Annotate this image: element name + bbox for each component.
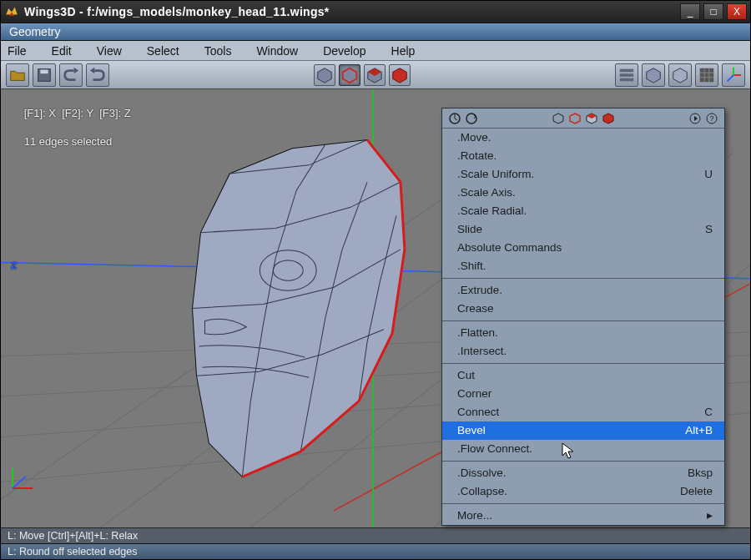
ctx-item-shift[interactable]: .Shift. xyxy=(442,257,724,275)
smooth-preview-button[interactable] xyxy=(642,63,665,87)
help-mode-icon[interactable]: ? xyxy=(704,111,719,126)
edge-mode-button[interactable] xyxy=(339,64,360,86)
hud-line2: 11 edges selected xyxy=(24,135,113,148)
menubar: File Edit View Select Tools Window Devel… xyxy=(1,41,750,61)
ctx-item-shortcut: U xyxy=(704,166,713,183)
vertex-mode-icon[interactable] xyxy=(551,111,566,126)
menu-help[interactable]: Help xyxy=(391,44,416,58)
svg-text:?: ? xyxy=(709,114,713,123)
menu-develop[interactable]: Develop xyxy=(323,44,365,58)
axes-toggle-button[interactable] xyxy=(722,63,745,87)
svg-marker-6 xyxy=(393,68,407,82)
ctx-item-scaleaxis[interactable]: .Scale Axis. xyxy=(442,184,724,202)
ctx-item-crease[interactable]: Crease xyxy=(442,300,724,318)
ctx-item-label: Bevel xyxy=(457,422,685,439)
undo-button[interactable] xyxy=(59,63,83,87)
open-button[interactable] xyxy=(6,63,29,87)
ctx-item-extrude[interactable]: .Extrude. xyxy=(442,281,724,300)
ctx-separator xyxy=(442,363,724,364)
close-button[interactable]: X xyxy=(727,3,747,20)
svg-marker-10 xyxy=(647,68,661,82)
save-button[interactable] xyxy=(33,63,56,87)
ctx-item-label: .Scale Radial. xyxy=(457,203,713,219)
ctx-item-absolutecommands[interactable]: Absolute Commands xyxy=(442,239,724,257)
svg-marker-35 xyxy=(553,114,563,124)
ctx-item-shortcut: Bksp xyxy=(688,465,713,482)
flat-shade-button[interactable] xyxy=(668,63,692,87)
ctx-item-corner[interactable]: Corner xyxy=(442,385,724,403)
axis-z-label: z xyxy=(11,258,17,271)
menu-window[interactable]: Window xyxy=(256,44,298,58)
ctx-item-move[interactable]: .Move. xyxy=(442,129,724,147)
ctx-item-collapse[interactable]: .Collapse.Delete xyxy=(442,482,724,501)
geometry-label: Geometry xyxy=(9,25,60,38)
ctx-separator xyxy=(442,278,724,279)
ctx-item-rotate[interactable]: .Rotate. xyxy=(442,147,724,165)
ctx-item-more[interactable]: More...▸ xyxy=(442,507,724,525)
body-mode-button[interactable] xyxy=(389,64,411,86)
ctx-item-flatten[interactable]: .Flatten. xyxy=(442,324,724,342)
ctx-item-connect[interactable]: ConnectC xyxy=(442,403,724,421)
ctx-item-bevel[interactable]: BevelAlt+B xyxy=(442,421,724,440)
ctx-item-label: .Scale Uniform. xyxy=(457,166,704,183)
ctx-item-label: Connect xyxy=(457,404,704,421)
ctx-item-cut[interactable]: Cut xyxy=(442,366,724,385)
menu-edit[interactable]: Edit xyxy=(52,44,72,58)
svg-line-32 xyxy=(13,477,26,488)
submenu-arrow-icon: ▸ xyxy=(707,507,713,524)
face-mode-button[interactable] xyxy=(364,64,386,86)
ctx-item-shortcut: Alt+B xyxy=(685,422,713,439)
svg-point-34 xyxy=(466,114,476,124)
ctx-item-dissolve[interactable]: .Dissolve.Bksp xyxy=(442,464,724,482)
ctx-item-label: .Collapse. xyxy=(457,483,680,500)
vertex-mode-button[interactable] xyxy=(314,64,335,86)
menu-file[interactable]: File xyxy=(8,44,27,58)
ctx-item-intersect[interactable]: .Intersect. xyxy=(442,342,724,361)
svg-rect-8 xyxy=(620,73,634,77)
minimize-button[interactable]: _ xyxy=(680,3,700,20)
svg-rect-1 xyxy=(40,69,48,73)
ctx-item-label: .Scale Axis. xyxy=(457,184,713,201)
svg-rect-9 xyxy=(620,78,634,81)
menu-tools[interactable]: Tools xyxy=(204,44,232,58)
prefs-button[interactable] xyxy=(615,63,638,87)
menu-view[interactable]: View xyxy=(97,44,122,58)
svg-marker-36 xyxy=(570,114,580,124)
redo-button[interactable] xyxy=(86,63,109,87)
wings-icon xyxy=(4,3,19,21)
ctx-item-label: Cut xyxy=(457,367,713,384)
ctx-item-scaleradial[interactable]: .Scale Radial. xyxy=(442,202,724,220)
status-line2: L: Round off selected edges xyxy=(8,546,137,557)
ctx-item-shortcut: S xyxy=(705,221,713,238)
statusbar-hint: L: Round off selected edges xyxy=(1,543,750,559)
cursor-mode-icon[interactable] xyxy=(688,111,703,126)
maximize-button[interactable]: □ xyxy=(703,3,723,20)
context-iconbar: ? xyxy=(442,108,724,129)
ctx-item-label: .Flatten. xyxy=(457,325,713,341)
edge-mode-icon[interactable] xyxy=(567,111,582,126)
menu-select[interactable]: Select xyxy=(147,44,179,58)
ctx-item-label: .Dissolve. xyxy=(457,465,688,482)
ctx-item-flowconnect[interactable]: .Flow Connect. xyxy=(442,440,724,458)
hud-line1: [F1]: X [F2]: Y [F3]: Z xyxy=(24,107,131,119)
toolbar xyxy=(1,61,750,89)
ctx-item-scaleuniform[interactable]: .Scale Uniform.U xyxy=(442,165,724,184)
ctx-separator xyxy=(442,461,724,462)
svg-marker-3 xyxy=(343,68,357,82)
ctx-item-slide[interactable]: SlideS xyxy=(442,220,724,239)
ctx-item-shortcut: Delete xyxy=(680,483,713,500)
ctx-item-label: .Rotate. xyxy=(457,148,713,164)
ctx-item-label: More... xyxy=(457,507,707,524)
titlebar[interactable]: Wings3D - f:/wings_models/monkey_head_11… xyxy=(1,1,750,23)
ctx-item-shortcut: C xyxy=(704,404,713,421)
ctx-item-label: Absolute Commands xyxy=(457,240,713,256)
body-mode-icon[interactable] xyxy=(601,111,616,126)
svg-marker-2 xyxy=(318,68,332,82)
geometry-strip: Geometry xyxy=(1,23,750,41)
repeat-last-icon[interactable] xyxy=(447,111,462,126)
ground-plane-button[interactable] xyxy=(695,63,718,87)
svg-marker-11 xyxy=(673,68,688,82)
display-group xyxy=(615,63,745,87)
repeat-drag-icon[interactable] xyxy=(464,111,479,126)
face-mode-icon[interactable] xyxy=(584,111,599,126)
